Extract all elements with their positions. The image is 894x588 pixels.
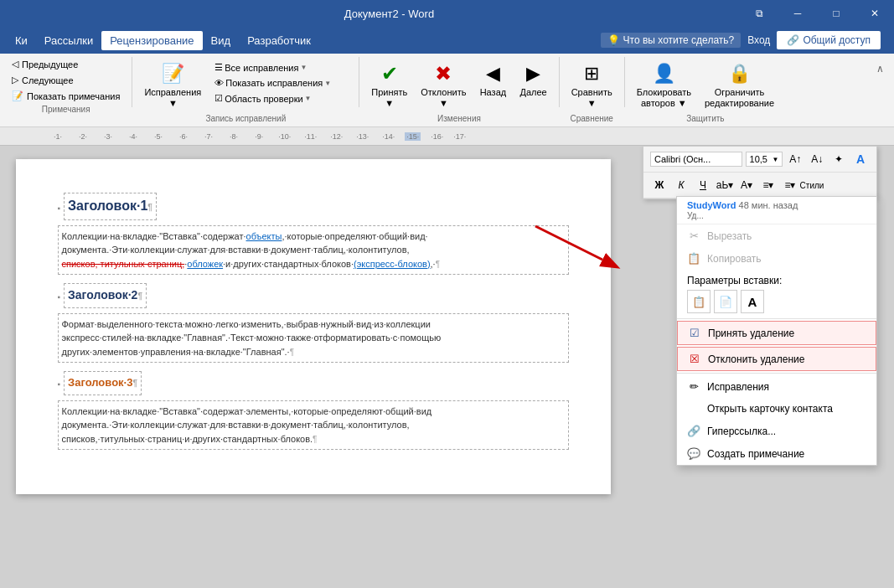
compare-group-label: Сравнение — [566, 114, 618, 123]
menu-item-view[interactable]: Вид — [203, 31, 240, 50]
reject-label: Отклонить удаление — [708, 353, 804, 365]
context-menu-open-contact[interactable]: Открыть карточку контакта — [677, 398, 876, 420]
heading2-text: Заголовок·2¶ — [68, 288, 142, 302]
ribbon-btn-forward[interactable]: ▶ Далее — [514, 57, 551, 101]
paste-btn-2[interactable]: 📄 — [714, 290, 737, 313]
para1: Коллекции·на·вкладке·"Вставка"·содержат·… — [58, 225, 569, 276]
hyperlink-label: Гиперссылка... — [707, 426, 776, 437]
menu-item-mailings[interactable]: Рассылки — [36, 31, 101, 50]
clear-format-btn[interactable]: ✦ — [829, 150, 848, 168]
font-selector[interactable]: Calibri (Осн... — [650, 152, 742, 167]
toolbar-row2: Ж К Ч аЬ▾ А▾ ≡▾ ≡▾ Стили — [643, 173, 876, 199]
font-color-btn[interactable]: А▾ — [737, 176, 756, 194]
corrections-icon: 📝 — [159, 60, 186, 87]
indent-btn[interactable]: ≡▾ — [781, 176, 799, 194]
corrections-label: Исправления — [707, 381, 769, 393]
doc-page: ▪ Заголовок·1¶ Коллекции·на·вкладке·"Вст… — [16, 159, 611, 494]
ribbon-btn-accept[interactable]: ✔ Принять▼ — [366, 57, 412, 112]
lightbulb-icon: 💡 — [607, 34, 620, 46]
back-icon: ◀ — [479, 60, 506, 87]
heading1: Заголовок·1¶ — [64, 193, 157, 219]
highlight-btn[interactable]: аЬ▾ — [716, 176, 734, 194]
decrease-font-btn[interactable]: A↓ — [808, 150, 826, 168]
corrections-group-label: Запись исправлений — [139, 114, 352, 123]
ribbon-btn-previous[interactable]: ◁ Предыдущее — [7, 57, 125, 71]
ribbon-collapse-btn[interactable]: ∧ — [876, 63, 884, 75]
close-button[interactable]: ✕ — [855, 0, 894, 27]
accept-label: Принять удаление — [708, 328, 794, 339]
doc-scroll-area[interactable]: ▪ Заголовок·1¶ Коллекции·на·вкладке·"Вст… — [0, 146, 626, 588]
context-menu-add-note[interactable]: 💬 Создать примечание — [677, 442, 876, 465]
ribbon-btn-compare[interactable]: ⊞ Сравнить▼ — [566, 57, 618, 112]
paste-btn-3[interactable]: A — [741, 290, 764, 313]
ribbon-btn-back[interactable]: ◀ Назад — [474, 57, 511, 101]
heading1-text: Заголовок·1¶ — [68, 199, 152, 213]
ribbon-group-protect: 👤 Блокироватьавторов ▼ 🔒 Ограничитьредак… — [632, 57, 779, 123]
italic-btn[interactable]: К — [672, 176, 690, 194]
restrict-icon: 🔒 — [726, 60, 753, 87]
search-box[interactable]: 💡 Что вы хотите сделать? — [601, 33, 742, 48]
accept-check-icon: ☑ — [688, 327, 701, 339]
ribbon-btn-next[interactable]: ▷ Следующее — [7, 73, 125, 87]
font-size: 10,5 — [750, 154, 767, 164]
list-btn[interactable]: ≡▾ — [759, 176, 778, 194]
previous-icon: ◁ — [12, 59, 18, 70]
ribbon-btn-corrections[interactable]: 📝 Исправления▼ — [139, 57, 206, 112]
menu-item-review[interactable]: Рецензирование — [101, 31, 202, 50]
font-size-selector[interactable]: 10,5 ▼ — [746, 152, 783, 167]
underline-btn[interactable]: Ч — [694, 176, 712, 194]
styles-btn[interactable]: Стили — [803, 176, 821, 194]
cut-label: Вырезать — [707, 230, 752, 242]
dropdown-arrow3: ▼ — [305, 95, 312, 102]
context-menu-separator2 — [677, 373, 876, 374]
font-size-arrow: ▼ — [772, 156, 778, 163]
context-menu-reject[interactable]: ☒ Отклонить удаление — [677, 347, 876, 371]
hyperlink-icon: 🔗 — [687, 425, 700, 437]
toolbar-row1: Calibri (Осн... 10,5 ▼ A↑ A↓ ✦ A — [643, 147, 876, 173]
open-contact-label: Открыть карточку контакта — [707, 403, 833, 415]
ribbon-btn-block-authors[interactable]: 👤 Блокироватьавторов ▼ — [632, 57, 696, 112]
paste-options: 📋 📄 A — [677, 286, 876, 317]
ribbon-group-corrections: 📝 Исправления▼ ☰ Все исправления ▼ 👁 Пок… — [139, 57, 352, 123]
accept-icon: ✔ — [376, 60, 403, 87]
menu-bar: Ки Рассылки Рецензирование Вид Разработч… — [0, 27, 894, 54]
ribbon-btn-restrict-editing[interactable]: 🔒 Ограничитьредактирование — [700, 57, 779, 112]
all-corrections-icon: ☰ — [214, 62, 223, 73]
ribbon-btn-reject[interactable]: ✖ Отклонить▼ — [416, 57, 471, 112]
ribbon-btn-check-area[interactable]: ☑ Область проверки ▼ — [209, 91, 352, 106]
context-menu-deleted: Уд... — [687, 211, 704, 220]
paste-btn-1[interactable]: 📋 — [687, 290, 711, 313]
compare-label: Сравнить▼ — [571, 87, 612, 109]
menu-item-developer[interactable]: Разработчик — [239, 31, 319, 50]
ribbon-btn-all-corrections[interactable]: ☰ Все исправления ▼ — [209, 60, 352, 75]
red-arrow — [519, 218, 619, 285]
restore-button[interactable]: ⧉ — [740, 0, 778, 27]
share-label: Общий доступ — [803, 34, 871, 46]
context-menu-hyperlink[interactable]: 🔗 Гиперссылка... — [677, 420, 876, 442]
menu-item-home[interactable]: Ки — [7, 31, 36, 50]
corrections-label: Исправления▼ — [144, 87, 201, 109]
show-notes-label: Показать примечания — [27, 91, 120, 101]
ribbon-btn-show-notes[interactable]: 📝 Показать примечания — [7, 89, 125, 103]
context-menu-time: 48 мин. назад — [739, 200, 798, 210]
increase-font-btn[interactable]: A↑ — [786, 150, 804, 168]
share-button[interactable]: 🔗 Общий доступ — [777, 31, 881, 49]
minimize-button[interactable]: ─ — [778, 0, 817, 27]
login-link[interactable]: Вход — [747, 34, 770, 46]
ribbon-btn-show-corrections[interactable]: 👁 Показать исправления ▼ — [209, 76, 352, 90]
title-bar: Документ2 - Word ⧉ ─ □ ✕ — [0, 0, 894, 27]
right-panel: Calibri (Осн... 10,5 ▼ A↑ A↓ ✦ A Ж К Ч а… — [626, 146, 894, 588]
forward-icon: ▶ — [520, 60, 547, 87]
next-label: Следующее — [22, 75, 74, 85]
reject-icon: ✖ — [430, 60, 457, 87]
context-menu-accept[interactable]: ☑ Принять удаление — [677, 321, 876, 345]
restrict-label: Ограничитьредактирование — [705, 87, 774, 109]
show-notes-icon: 📝 — [12, 90, 23, 101]
context-menu-corrections[interactable]: ✏ Исправления — [677, 375, 876, 398]
text-color-btn[interactable]: A — [851, 150, 870, 168]
context-menu-user: StudyWord — [687, 200, 736, 210]
bold-btn[interactable]: Ж — [650, 176, 669, 194]
compare-icon: ⊞ — [578, 60, 605, 87]
add-note-label: Создать примечание — [707, 448, 804, 460]
maximize-button[interactable]: □ — [817, 0, 855, 27]
